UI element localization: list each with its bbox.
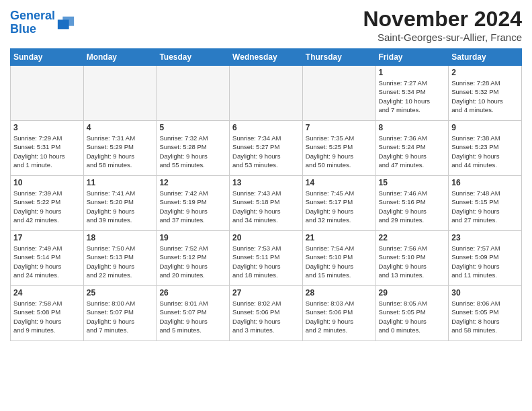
- day-info: Sunrise: 7:32 AM Sunset: 5:28 PM Dayligh…: [159, 134, 226, 169]
- day-info: Sunrise: 8:02 AM Sunset: 5:06 PM Dayligh…: [232, 299, 300, 334]
- calendar-cell: [11, 66, 84, 121]
- weekday-header-monday: Monday: [83, 49, 157, 66]
- title-block: November 2024 Saint-Georges-sur-Allier, …: [363, 7, 522, 43]
- month-title: November 2024: [363, 7, 522, 32]
- weekday-header-row: SundayMondayTuesdayWednesdayThursdayFrid…: [11, 49, 522, 66]
- calendar-cell: 20Sunrise: 7:53 AM Sunset: 5:11 PM Dayli…: [230, 231, 303, 286]
- day-number: 16: [451, 178, 519, 187]
- day-number: 9: [451, 123, 519, 132]
- logo-text: General Blue: [10, 9, 55, 36]
- calendar-cell: 21Sunrise: 7:54 AM Sunset: 5:10 PM Dayli…: [302, 231, 375, 286]
- day-info: Sunrise: 7:27 AM Sunset: 5:34 PM Dayligh…: [379, 79, 446, 114]
- calendar-cell: 2Sunrise: 7:28 AM Sunset: 5:32 PM Daylig…: [449, 66, 522, 121]
- day-number: 21: [306, 233, 373, 242]
- calendar-cell: 11Sunrise: 7:41 AM Sunset: 5:20 PM Dayli…: [83, 176, 157, 231]
- day-number: 28: [306, 288, 373, 298]
- day-number: 24: [13, 288, 81, 298]
- day-number: 14: [306, 178, 373, 187]
- calendar-cell: [230, 66, 303, 121]
- logo-icon: [56, 13, 75, 32]
- calendar-header: SundayMondayTuesdayWednesdayThursdayFrid…: [11, 49, 522, 66]
- calendar-table: SundayMondayTuesdayWednesdayThursdayFrid…: [10, 48, 522, 341]
- calendar-cell: 26Sunrise: 8:01 AM Sunset: 5:07 PM Dayli…: [157, 286, 230, 341]
- day-number: 13: [232, 178, 300, 187]
- calendar-cell: 10Sunrise: 7:39 AM Sunset: 5:22 PM Dayli…: [11, 176, 84, 231]
- day-number: 19: [159, 233, 226, 242]
- day-number: 18: [87, 233, 154, 242]
- calendar-cell: 18Sunrise: 7:50 AM Sunset: 5:13 PM Dayli…: [83, 231, 157, 286]
- logo: General Blue: [10, 9, 75, 36]
- day-number: 6: [232, 123, 300, 132]
- day-number: 20: [232, 233, 300, 242]
- calendar-week-3: 10Sunrise: 7:39 AM Sunset: 5:22 PM Dayli…: [11, 176, 522, 231]
- day-info: Sunrise: 7:48 AM Sunset: 5:15 PM Dayligh…: [451, 189, 519, 224]
- calendar-cell: 30Sunrise: 8:06 AM Sunset: 5:05 PM Dayli…: [449, 286, 522, 341]
- day-info: Sunrise: 7:46 AM Sunset: 5:16 PM Dayligh…: [379, 189, 446, 224]
- day-info: Sunrise: 8:05 AM Sunset: 5:05 PM Dayligh…: [379, 299, 446, 334]
- day-number: 17: [13, 233, 81, 242]
- day-info: Sunrise: 7:31 AM Sunset: 5:29 PM Dayligh…: [87, 134, 154, 169]
- weekday-header-tuesday: Tuesday: [157, 49, 230, 66]
- calendar-cell: 6Sunrise: 7:34 AM Sunset: 5:27 PM Daylig…: [230, 121, 303, 176]
- calendar-cell: 8Sunrise: 7:36 AM Sunset: 5:24 PM Daylig…: [375, 121, 449, 176]
- calendar-cell: [157, 66, 230, 121]
- calendar-cell: 19Sunrise: 7:52 AM Sunset: 5:12 PM Dayli…: [157, 231, 230, 286]
- calendar-cell: 1Sunrise: 7:27 AM Sunset: 5:34 PM Daylig…: [375, 66, 449, 121]
- calendar-cell: 22Sunrise: 7:56 AM Sunset: 5:10 PM Dayli…: [375, 231, 449, 286]
- day-info: Sunrise: 7:45 AM Sunset: 5:17 PM Dayligh…: [306, 189, 373, 224]
- day-number: 25: [87, 288, 154, 298]
- weekday-header-thursday: Thursday: [302, 49, 375, 66]
- day-number: 5: [159, 123, 226, 132]
- calendar-cell: 16Sunrise: 7:48 AM Sunset: 5:15 PM Dayli…: [449, 176, 522, 231]
- weekday-header-wednesday: Wednesday: [230, 49, 303, 66]
- day-info: Sunrise: 7:58 AM Sunset: 5:08 PM Dayligh…: [13, 299, 81, 334]
- page-header: General Blue November 2024 Saint-Georges…: [10, 7, 522, 43]
- calendar-cell: 15Sunrise: 7:46 AM Sunset: 5:16 PM Dayli…: [375, 176, 449, 231]
- day-number: 27: [232, 288, 300, 298]
- day-number: 22: [379, 233, 446, 242]
- day-info: Sunrise: 7:49 AM Sunset: 5:14 PM Dayligh…: [13, 244, 81, 279]
- day-number: 15: [379, 178, 446, 187]
- calendar-week-4: 17Sunrise: 7:49 AM Sunset: 5:14 PM Dayli…: [11, 231, 522, 286]
- weekday-header-saturday: Saturday: [449, 49, 522, 66]
- day-number: 7: [306, 123, 373, 132]
- day-info: Sunrise: 8:00 AM Sunset: 5:07 PM Dayligh…: [87, 299, 154, 334]
- svg-marker-1: [58, 19, 69, 29]
- calendar-cell: 14Sunrise: 7:45 AM Sunset: 5:17 PM Dayli…: [302, 176, 375, 231]
- location-title: Saint-Georges-sur-Allier, France: [363, 32, 522, 43]
- calendar-week-2: 3Sunrise: 7:29 AM Sunset: 5:31 PM Daylig…: [11, 121, 522, 176]
- calendar-cell: 12Sunrise: 7:42 AM Sunset: 5:19 PM Dayli…: [157, 176, 230, 231]
- calendar-cell: 3Sunrise: 7:29 AM Sunset: 5:31 PM Daylig…: [11, 121, 84, 176]
- day-info: Sunrise: 8:01 AM Sunset: 5:07 PM Dayligh…: [159, 299, 226, 334]
- calendar-cell: 25Sunrise: 8:00 AM Sunset: 5:07 PM Dayli…: [83, 286, 157, 341]
- calendar-cell: 29Sunrise: 8:05 AM Sunset: 5:05 PM Dayli…: [375, 286, 449, 341]
- day-info: Sunrise: 7:42 AM Sunset: 5:19 PM Dayligh…: [159, 189, 226, 224]
- day-info: Sunrise: 7:56 AM Sunset: 5:10 PM Dayligh…: [379, 244, 446, 279]
- calendar-cell: 24Sunrise: 7:58 AM Sunset: 5:08 PM Dayli…: [11, 286, 84, 341]
- day-info: Sunrise: 7:43 AM Sunset: 5:18 PM Dayligh…: [232, 189, 300, 224]
- day-number: 3: [13, 123, 81, 132]
- calendar-week-5: 24Sunrise: 7:58 AM Sunset: 5:08 PM Dayli…: [11, 286, 522, 341]
- day-number: 2: [451, 68, 519, 77]
- day-info: Sunrise: 7:54 AM Sunset: 5:10 PM Dayligh…: [306, 244, 373, 279]
- day-number: 11: [87, 178, 154, 187]
- calendar-cell: 27Sunrise: 8:02 AM Sunset: 5:06 PM Dayli…: [230, 286, 303, 341]
- day-number: 8: [379, 123, 446, 132]
- day-info: Sunrise: 7:53 AM Sunset: 5:11 PM Dayligh…: [232, 244, 300, 279]
- day-info: Sunrise: 7:52 AM Sunset: 5:12 PM Dayligh…: [159, 244, 226, 279]
- day-info: Sunrise: 7:57 AM Sunset: 5:09 PM Dayligh…: [451, 244, 519, 279]
- calendar-body: 1Sunrise: 7:27 AM Sunset: 5:34 PM Daylig…: [11, 66, 522, 341]
- day-info: Sunrise: 7:36 AM Sunset: 5:24 PM Dayligh…: [379, 134, 446, 169]
- day-info: Sunrise: 7:50 AM Sunset: 5:13 PM Dayligh…: [87, 244, 154, 279]
- calendar-cell: 17Sunrise: 7:49 AM Sunset: 5:14 PM Dayli…: [11, 231, 84, 286]
- calendar-week-1: 1Sunrise: 7:27 AM Sunset: 5:34 PM Daylig…: [11, 66, 522, 121]
- day-info: Sunrise: 7:39 AM Sunset: 5:22 PM Dayligh…: [13, 189, 81, 224]
- day-info: Sunrise: 8:03 AM Sunset: 5:06 PM Dayligh…: [306, 299, 373, 334]
- day-number: 12: [159, 178, 226, 187]
- day-info: Sunrise: 7:29 AM Sunset: 5:31 PM Dayligh…: [13, 134, 81, 169]
- day-number: 10: [13, 178, 81, 187]
- calendar-cell: [302, 66, 375, 121]
- day-info: Sunrise: 7:34 AM Sunset: 5:27 PM Dayligh…: [232, 134, 300, 169]
- day-number: 30: [451, 288, 519, 298]
- day-number: 26: [159, 288, 226, 298]
